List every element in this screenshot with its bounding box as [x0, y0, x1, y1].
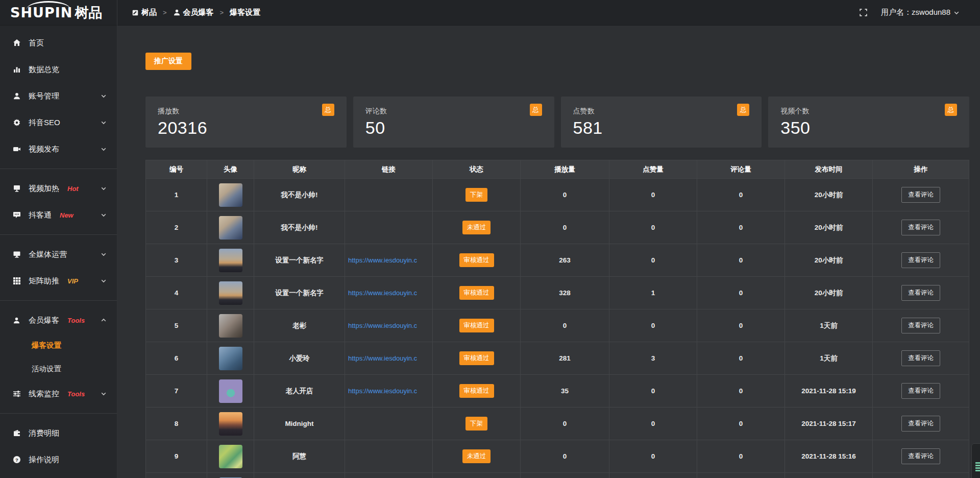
stat-card-value: 50: [365, 118, 542, 138]
video-link[interactable]: https://www.iesdouyin.c: [345, 289, 432, 297]
cell-plays: 0: [521, 211, 609, 244]
cell-comments: 0: [697, 277, 785, 309]
cell-comments: 0: [697, 179, 785, 211]
sidebar-item-label: 线索监控: [29, 389, 59, 399]
cell-avatar: [207, 179, 254, 211]
sidebar-divider: [0, 413, 117, 414]
app-logo: SHUPIN 树品: [0, 0, 117, 26]
sidebar-item-tag: Tools: [67, 390, 85, 398]
view-comments-button[interactable]: 查看评论: [901, 350, 940, 366]
sidebar-item-label: 首页: [29, 38, 44, 48]
cell-action: 查看评论: [873, 440, 969, 473]
status-badge[interactable]: 未通过: [462, 449, 491, 463]
stat-card-label: 播放数: [158, 107, 334, 116]
breadcrumb-item[interactable]: 会员爆客: [173, 8, 214, 17]
cell-id: 5: [146, 309, 207, 342]
avatar: [219, 281, 242, 305]
video-link[interactable]: https://www.iesdouyin.c: [345, 256, 432, 264]
bar-chart-icon: [12, 65, 21, 74]
view-comments-button[interactable]: 查看评论: [901, 252, 940, 268]
view-comments-button[interactable]: 查看评论: [901, 220, 940, 235]
cell-action: 查看评论: [873, 179, 969, 211]
total-badge: 总: [530, 104, 542, 116]
sidebar-item-账号管理[interactable]: 账号管理: [0, 83, 117, 109]
gear-icon: [12, 118, 21, 127]
cell-action: 查看评论: [873, 244, 969, 277]
floating-widget[interactable]: [971, 443, 980, 478]
breadcrumb-item[interactable]: 爆客设置: [230, 8, 260, 17]
cell-nickname: 小爱玲: [254, 342, 345, 375]
logo-text-cn: 树品: [75, 4, 102, 22]
sidebar-item-抖音SEO[interactable]: 抖音SEO: [0, 109, 117, 136]
sliders-icon: [12, 390, 21, 398]
username-menu[interactable]: 用户名：zswodun88: [881, 8, 960, 17]
sidebar-item-线索监控[interactable]: 线索监控Tools: [0, 380, 117, 407]
cell-id: 3: [146, 244, 207, 277]
table-row: 9 阿慧 未通过 0 0 0 2021-11-28 15:16 查看评论: [146, 440, 969, 473]
avatar: [219, 216, 242, 240]
sidebar-item-矩阵助推[interactable]: 矩阵助推VIP: [0, 268, 117, 294]
stripes-icon: [975, 462, 980, 471]
view-comments-button[interactable]: 查看评论: [901, 318, 940, 333]
cell-time: 20小时前: [785, 211, 873, 244]
breadcrumb-separator: >: [163, 9, 167, 16]
sidebar-item-抖客通[interactable]: 抖客通New: [0, 202, 117, 228]
status-badge[interactable]: 下架: [465, 417, 487, 431]
view-comments-button[interactable]: 查看评论: [901, 448, 940, 464]
sidebar-item-数据总览[interactable]: 数据总览: [0, 56, 117, 83]
sidebar-divider: [0, 234, 117, 235]
sidebar-subitem-活动设置[interactable]: 活动设置: [0, 357, 117, 380]
cell-avatar: [207, 244, 254, 277]
view-comments-button[interactable]: 查看评论: [901, 285, 940, 301]
cell-time: 1天前: [785, 342, 873, 375]
sidebar-item-会员爆客[interactable]: 会员爆客Tools: [0, 307, 117, 333]
status-badge[interactable]: 审核通过: [459, 384, 494, 398]
sidebar-item-视频发布[interactable]: 视频发布: [0, 136, 117, 162]
avatar: [219, 445, 242, 468]
view-comments-button[interactable]: 查看评论: [901, 383, 940, 399]
video-link[interactable]: https://www.iesdouyin.c: [345, 322, 432, 329]
cell-status: 未通过: [433, 211, 521, 244]
cell-time: 20小时前: [785, 179, 873, 211]
sidebar-item-操作说明[interactable]: ?操作说明: [0, 446, 117, 473]
cell-plays: 0: [521, 440, 609, 473]
promo-settings-button[interactable]: 推广设置: [145, 53, 191, 70]
stat-cards: 播放数 20316 总 评论数 50 总 点赞数 581 总 视频个数 350 …: [145, 97, 969, 148]
cell-comments: 0: [697, 342, 785, 375]
cell-id: 1: [146, 179, 207, 211]
video-link[interactable]: https://www.iesdouyin.c: [345, 387, 432, 395]
status-badge[interactable]: 审核通过: [459, 351, 494, 365]
status-badge[interactable]: 审核通过: [459, 286, 494, 300]
chevron-down-icon: [101, 93, 107, 99]
status-badge[interactable]: 审核通过: [459, 253, 494, 267]
column-header-头像: 头像: [207, 160, 254, 179]
chevron-down-icon: [101, 251, 107, 257]
fullscreen-icon[interactable]: [859, 8, 868, 17]
breadcrumb-item[interactable]: 树品: [132, 8, 157, 17]
cell-id: 8: [146, 408, 207, 440]
cell-time: 20小时前: [785, 244, 873, 277]
sidebar-item-label: 视频加热: [29, 184, 59, 194]
sidebar-item-全媒体运营[interactable]: 全媒体运营: [0, 241, 117, 268]
cell-id: [146, 473, 207, 478]
stat-card: 视频个数 350 总: [768, 97, 969, 148]
sidebar-item-视频加热[interactable]: 视频加热Hot: [0, 175, 117, 202]
cell-link: [345, 179, 433, 211]
total-badge: 总: [322, 104, 334, 116]
home-icon: [12, 39, 21, 47]
video-link[interactable]: https://www.iesdouyin.c: [345, 354, 432, 362]
view-comments-button[interactable]: 查看评论: [901, 187, 940, 203]
column-header-昵称: 昵称: [254, 160, 345, 179]
sidebar-item-label: 抖客通: [29, 210, 52, 220]
sidebar-item-首页[interactable]: 首页: [0, 30, 117, 56]
status-badge[interactable]: 下架: [465, 188, 487, 202]
cell-nickname: 设置一个新名字: [254, 244, 345, 277]
sidebar-item-消费明细[interactable]: 消费明细: [0, 420, 117, 446]
sidebar-subitem-爆客设置[interactable]: 爆客设置: [0, 333, 117, 357]
status-badge[interactable]: 未通过: [462, 221, 491, 234]
column-header-播放量: 播放量: [521, 160, 609, 179]
view-comments-button[interactable]: 查看评论: [901, 416, 940, 432]
status-badge[interactable]: 审核通过: [459, 319, 494, 332]
column-header-点赞量: 点赞量: [609, 160, 697, 179]
cell-status: 审核通过: [433, 244, 521, 277]
